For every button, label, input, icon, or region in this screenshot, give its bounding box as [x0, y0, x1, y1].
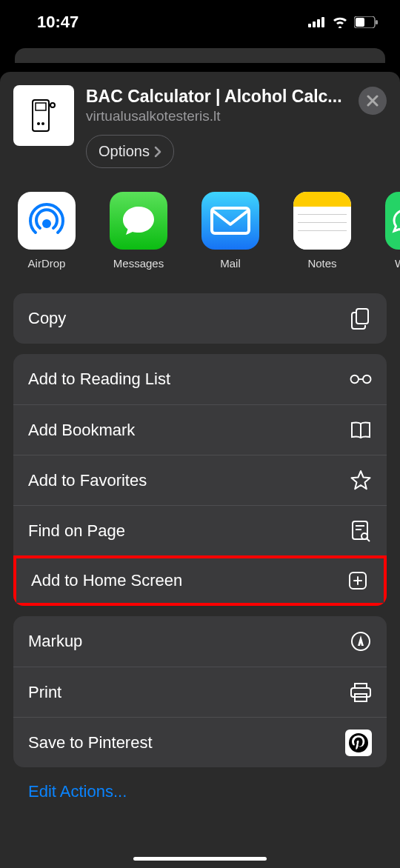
airdrop-icon — [26, 200, 67, 241]
page-title: BAC Calculator | Alcohol Calc... — [86, 87, 347, 107]
action-group-0: Copy — [13, 293, 387, 344]
svg-rect-8 — [36, 103, 46, 110]
svg-point-16 — [351, 375, 359, 384]
share-target-messages[interactable]: Messages — [110, 192, 167, 270]
svg-rect-2 — [317, 19, 320, 27]
bookmark-label: Add Bookmark — [28, 421, 135, 440]
glasses-icon — [350, 368, 372, 390]
svg-rect-0 — [308, 24, 311, 27]
reading-list-row[interactable]: Add to Reading List — [13, 354, 387, 404]
svg-point-10 — [41, 122, 44, 125]
svg-rect-1 — [313, 21, 316, 27]
svg-point-23 — [361, 533, 367, 539]
messages-icon — [120, 204, 157, 238]
plus-square-icon — [347, 570, 369, 592]
tab-backdrop — [15, 48, 385, 63]
share-sheet: BAC Calculator | Alcohol Calc... virtual… — [0, 72, 400, 868]
action-group-2: Markup Print Save to Pinterest — [13, 616, 387, 767]
wifi-icon — [332, 16, 348, 28]
share-target-whatsapp[interactable]: W — [385, 192, 400, 270]
copy-icon — [350, 307, 372, 330]
book-icon — [350, 419, 372, 441]
favorites-row[interactable]: Add to Favorites — [13, 455, 387, 505]
markup-row[interactable]: Markup — [13, 616, 387, 667]
markup-icon — [350, 630, 372, 652]
star-icon — [350, 470, 372, 492]
page-url: virtualusalkotesteris.lt — [86, 108, 347, 124]
pinterest-icon — [345, 730, 372, 756]
print-row[interactable]: Print — [13, 667, 387, 717]
chevron-right-icon — [154, 146, 161, 158]
print-icon — [350, 681, 372, 704]
svg-rect-30 — [351, 688, 370, 697]
whatsapp-label: W — [395, 257, 400, 270]
home-screen-label: Add to Home Screen — [31, 571, 182, 590]
share-target-mail[interactable]: Mail — [201, 192, 259, 270]
svg-point-17 — [363, 375, 371, 384]
edit-actions-link[interactable]: Edit Actions... — [0, 767, 400, 807]
find-on-page-row[interactable]: Find on Page — [13, 505, 387, 555]
status-icons — [308, 16, 378, 28]
svg-rect-6 — [376, 20, 378, 24]
find-label: Find on Page — [28, 521, 125, 541]
whatsapp-icon — [387, 207, 400, 234]
notes-label: Notes — [307, 257, 336, 270]
find-icon — [350, 520, 372, 542]
svg-rect-5 — [356, 18, 364, 27]
svg-rect-3 — [321, 17, 324, 27]
pinterest-label: Save to Pinterest — [28, 733, 153, 752]
copy-label: Copy — [28, 309, 66, 328]
home-screen-row[interactable]: Add to Home Screen — [13, 555, 387, 606]
favorites-label: Add to Favorites — [28, 471, 147, 490]
bookmark-row[interactable]: Add Bookmark — [13, 404, 387, 455]
status-time: 10:47 — [37, 13, 79, 32]
svg-point-13 — [42, 219, 51, 228]
svg-point-11 — [50, 103, 55, 107]
share-targets: AirDrop Messages Mail Notes — [0, 176, 400, 286]
copy-row[interactable]: Copy — [13, 293, 387, 344]
close-icon — [367, 95, 379, 107]
home-indicator[interactable] — [133, 857, 267, 861]
airdrop-label: AirDrop — [28, 257, 66, 270]
svg-rect-14 — [212, 208, 249, 233]
options-button[interactable]: Options — [86, 135, 174, 168]
reading-list-label: Add to Reading List — [28, 370, 170, 389]
action-group-1: Add to Reading List Add Bookmark Add to … — [13, 354, 387, 606]
signal-icon — [308, 17, 326, 27]
print-label: Print — [28, 683, 61, 702]
svg-point-9 — [37, 122, 40, 125]
share-header: BAC Calculator | Alcohol Calc... virtual… — [0, 72, 400, 176]
share-target-notes[interactable]: Notes — [293, 192, 351, 270]
status-bar: 10:47 — [0, 0, 400, 44]
app-icon — [13, 85, 74, 146]
battery-icon — [354, 16, 378, 28]
svg-line-24 — [367, 538, 370, 541]
svg-rect-15 — [356, 309, 368, 324]
mail-icon — [210, 207, 250, 235]
pinterest-row[interactable]: Save to Pinterest — [13, 717, 387, 767]
share-target-airdrop[interactable]: AirDrop — [18, 192, 76, 270]
options-label: Options — [99, 143, 150, 160]
messages-label: Messages — [113, 257, 164, 270]
mail-label: Mail — [220, 257, 241, 270]
markup-label: Markup — [28, 632, 82, 651]
close-button[interactable] — [359, 87, 387, 115]
